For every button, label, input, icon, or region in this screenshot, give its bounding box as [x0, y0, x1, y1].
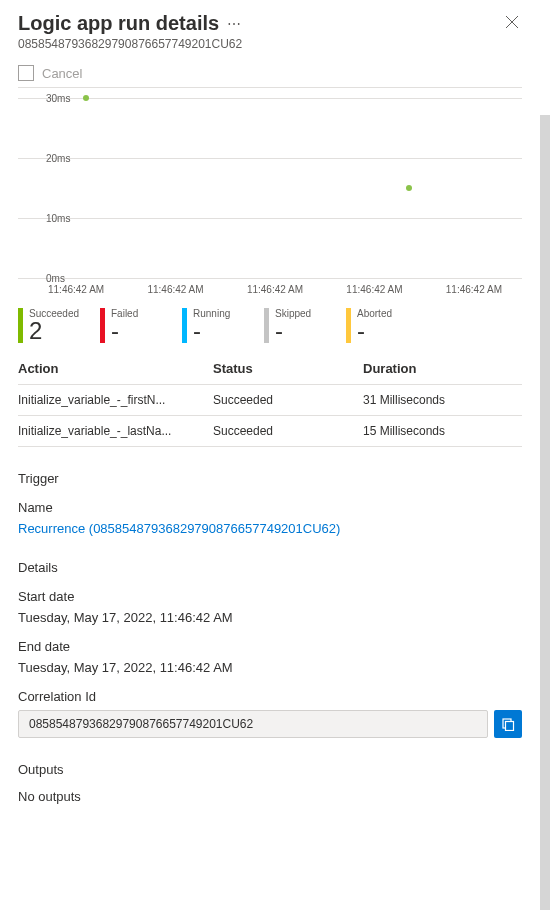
- run-id-subtitle: 08585487936829790876657749201CU62: [18, 37, 502, 51]
- details-section-label: Details: [18, 560, 522, 575]
- close-icon: [505, 15, 519, 29]
- start-date-label: Start date: [18, 589, 522, 604]
- chart-gridline: [18, 158, 522, 159]
- page-title: Logic app run details: [18, 12, 219, 35]
- chart-point: [83, 95, 89, 101]
- cancel-icon: [18, 65, 34, 81]
- status-value: -: [275, 319, 311, 343]
- details-section: Details Start date Tuesday, May 17, 2022…: [18, 560, 522, 738]
- cancel-button[interactable]: Cancel: [18, 65, 522, 81]
- copy-icon: [501, 717, 515, 731]
- end-date-label: End date: [18, 639, 522, 654]
- header-status: Status: [213, 361, 363, 376]
- header-action: Action: [18, 361, 213, 376]
- end-date-value: Tuesday, May 17, 2022, 11:46:42 AM: [18, 660, 522, 675]
- status-value: -: [357, 319, 392, 343]
- chart-y-tick: 30ms: [46, 93, 70, 104]
- chart-x-tick: 11:46:42 AM: [247, 284, 303, 295]
- chart-gridline: [18, 98, 522, 99]
- start-date-value: Tuesday, May 17, 2022, 11:46:42 AM: [18, 610, 522, 625]
- cell-status: Succeeded: [213, 393, 363, 407]
- more-icon[interactable]: ⋯: [227, 16, 242, 32]
- table-header: Action Status Duration: [18, 353, 522, 385]
- table-row[interactable]: Initialize_variable_-_lastNa...Succeeded…: [18, 416, 522, 447]
- status-value: 2: [29, 319, 79, 343]
- scrollbar[interactable]: [540, 115, 550, 910]
- correlation-id-label: Correlation Id: [18, 689, 522, 704]
- svg-rect-1: [506, 722, 514, 731]
- status-value: -: [193, 319, 230, 343]
- chart-gridline: [18, 218, 522, 219]
- chart-gridline: [18, 278, 522, 279]
- status-value: -: [111, 319, 138, 343]
- chart-x-tick: 11:46:42 AM: [446, 284, 502, 295]
- divider: [18, 87, 522, 88]
- cell-status: Succeeded: [213, 424, 363, 438]
- header-duration: Duration: [363, 361, 522, 376]
- status-pill-aborted[interactable]: Aborted-: [346, 308, 428, 343]
- panel-header: Logic app run details ⋯ 0858548793682979…: [18, 12, 522, 51]
- duration-chart: 30ms20ms10ms0ms 11:46:42 AM11:46:42 AM11…: [18, 98, 522, 298]
- table-row[interactable]: Initialize_variable_-_firstN...Succeeded…: [18, 385, 522, 416]
- status-pill-skipped[interactable]: Skipped-: [264, 308, 346, 343]
- outputs-value: No outputs: [18, 789, 522, 804]
- trigger-section-label: Trigger: [18, 471, 522, 486]
- status-pill-failed[interactable]: Failed-: [100, 308, 182, 343]
- status-pill-running[interactable]: Running-: [182, 308, 264, 343]
- chart-x-tick: 11:46:42 AM: [147, 284, 203, 295]
- trigger-section: Trigger Name Recurrence (085854879368297…: [18, 471, 522, 536]
- status-pill-succeeded[interactable]: Succeeded2: [18, 308, 100, 343]
- cell-action: Initialize_variable_-_lastNa...: [18, 424, 213, 438]
- close-button[interactable]: [502, 12, 522, 32]
- chart-point: [406, 185, 412, 191]
- trigger-name-label: Name: [18, 500, 522, 515]
- copy-button[interactable]: [494, 710, 522, 738]
- chart-y-tick: 10ms: [46, 213, 70, 224]
- cell-action: Initialize_variable_-_firstN...: [18, 393, 213, 407]
- chart-y-tick: 0ms: [46, 273, 65, 284]
- chart-y-tick: 20ms: [46, 153, 70, 164]
- cancel-label: Cancel: [42, 66, 82, 81]
- outputs-section: Outputs No outputs: [18, 762, 522, 804]
- status-summary: Succeeded2Failed-Running-Skipped-Aborted…: [18, 308, 522, 343]
- chart-x-tick: 11:46:42 AM: [346, 284, 402, 295]
- outputs-section-label: Outputs: [18, 762, 522, 777]
- correlation-id-value: 08585487936829790876657749201CU62: [18, 710, 488, 738]
- trigger-name-link[interactable]: Recurrence (0858548793682979087665774920…: [18, 521, 522, 536]
- cell-duration: 15 Milliseconds: [363, 424, 522, 438]
- cell-duration: 31 Milliseconds: [363, 393, 522, 407]
- actions-table: Action Status Duration Initialize_variab…: [18, 353, 522, 447]
- chart-x-tick: 11:46:42 AM: [48, 284, 104, 295]
